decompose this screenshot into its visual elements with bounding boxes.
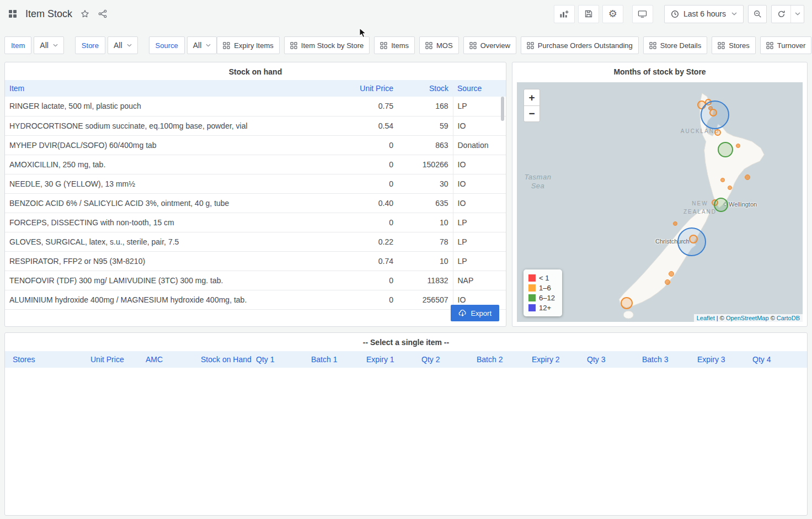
cell-unit-price[interactable]: 0.54 [345,116,398,135]
cell-stock[interactable]: 59 [398,116,453,135]
time-range-picker[interactable]: Last 6 hours [664,5,744,23]
cartodb-link[interactable]: CartoDB [777,315,800,321]
detail-column-header[interactable]: Batch 2 [474,355,529,364]
cell-stock[interactable]: 10 [398,251,453,271]
cell-source[interactable]: LP [453,251,506,271]
store-marker[interactable] [709,109,717,116]
detail-column-header[interactable]: AMC [143,355,198,364]
cell-unit-price[interactable]: 0.22 [345,232,398,251]
cell-item[interactable]: RINGER lactate, 500 ml, plastic pouch [5,97,345,116]
store-marker[interactable] [669,271,674,277]
dashboard-link-stores[interactable]: Stores [712,36,756,54]
star-button[interactable] [79,8,91,20]
cell-stock[interactable]: 256507 [398,290,453,309]
stock-table-row[interactable]: FORCEPS, DISSECTING with non-tooth, 15 c… [5,213,506,232]
cell-item[interactable]: HYDROCORTISONE sodium succinate, eq.100m… [5,116,345,135]
cell-source[interactable]: IO [453,116,506,135]
stock-table-row[interactable]: NEEDLE, 30 G (YELLOW), 13 mm½030IO [5,174,506,193]
cell-item[interactable]: RESPIRATOR, FFP2 or N95 (3M-8210) [5,251,345,271]
variable-source-dropdown[interactable]: All [187,36,217,54]
dashboard-link-item-stock-by-store[interactable]: Item Stock by Store [284,36,370,54]
store-marker[interactable] [736,144,740,148]
dashboard-link-items[interactable]: Items [374,36,415,54]
cell-source[interactable]: LP [453,213,506,232]
dashboard-link-purchase-orders-outstanding[interactable]: Purchase Orders Outstanding [521,36,639,54]
stock-table-row[interactable]: GLOVES, SURGICAL, latex, s.u., sterile, … [5,232,506,251]
save-dashboard-button[interactable] [578,5,599,23]
refresh-interval-dropdown[interactable] [790,6,804,23]
cycle-view-button[interactable] [632,5,653,23]
cell-stock[interactable]: 150266 [398,155,453,174]
cell-item[interactable]: ALUMINIUM hydroxide 400mg / MAGNESIUM hy… [5,290,345,309]
detail-column-header[interactable]: Batch 3 [639,355,695,364]
column-header-stock[interactable]: Stock [398,80,453,97]
detail-column-header[interactable]: Expiry 1 [364,355,419,364]
variable-store-dropdown[interactable]: All [108,36,138,54]
detail-column-header[interactable]: Batch 1 [308,355,364,364]
dashboard-link-store-details[interactable]: Store Details [643,36,707,54]
cell-source[interactable]: NAP [453,271,506,290]
cell-source[interactable]: IO [453,193,506,213]
detail-column-header[interactable]: Stock on Hand [198,355,253,364]
stock-table-row[interactable]: AMOXICILLIN, 250 mg, tab.0150266IO [5,155,506,174]
cell-unit-price[interactable]: 0 [345,174,398,193]
dashboard-link-expiry-items[interactable]: Expiry Items [217,36,280,54]
dashboard-link-mos[interactable]: MOS [419,36,459,54]
stock-table-row[interactable]: RESPIRATOR, FFP2 or N95 (3M-8210)0.7410L… [5,251,506,271]
store-marker[interactable] [718,142,733,157]
stock-table-row[interactable]: RINGER lactate, 500 ml, plastic pouch0.7… [5,97,506,116]
store-marker[interactable] [665,279,670,285]
cell-stock[interactable]: 168 [398,97,453,116]
cell-unit-price[interactable]: 0 [345,290,398,309]
cell-unit-price[interactable]: 0.74 [345,251,398,271]
table-scrollbar[interactable] [501,97,504,121]
cell-stock[interactable]: 635 [398,193,453,213]
dashboard-link-overview[interactable]: Overview [463,36,516,54]
cell-unit-price[interactable]: 0 [345,155,398,174]
store-marker[interactable] [689,235,698,243]
cell-unit-price[interactable]: 0.75 [345,97,398,116]
share-button[interactable] [97,8,109,20]
cell-item[interactable]: FORCEPS, DISSECTING with non-tooth, 15 c… [5,213,345,232]
cell-stock[interactable]: 10 [398,213,453,232]
openstreetmap-link[interactable]: OpenStreetMap [726,315,769,321]
store-marker[interactable] [728,186,732,190]
cell-item[interactable]: AMOXICILLIN, 250 mg, tab. [5,155,345,174]
cell-stock[interactable]: 11832 [398,271,453,290]
map-zoom-out-button[interactable]: − [524,105,539,121]
column-header-unit-price[interactable]: Unit Price [345,80,398,97]
cell-source[interactable]: LP [453,97,506,116]
store-marker[interactable] [673,221,677,226]
cell-item[interactable]: MYHEP DVIR(DACL/SOFO) 60/400mg tab [5,135,345,155]
detail-column-header[interactable]: Qty 1 [253,355,308,364]
cell-unit-price[interactable]: 0 [345,271,398,290]
column-header-source[interactable]: Source [453,80,506,97]
stock-table-row[interactable]: TENOFOVIR (TDF) 300 mg/ LAMIVUDINE (3TC)… [5,271,506,290]
cell-unit-price[interactable]: 0.40 [345,193,398,213]
cell-stock[interactable]: 863 [398,135,453,155]
refresh-button[interactable] [772,6,790,23]
cell-unit-price[interactable]: 0 [345,213,398,232]
column-header-item[interactable]: Item [5,80,345,97]
cell-item[interactable]: BENZOIC ACID 6% / SALICYLIC ACID 3%, oin… [5,193,345,213]
cell-stock[interactable]: 30 [398,174,453,193]
store-marker[interactable] [714,129,721,136]
zoom-out-time-button[interactable] [748,5,767,23]
map[interactable]: Tasman Sea AUCKLAND NEW ZEALAND Wellingt… [517,82,803,322]
store-marker[interactable] [720,178,725,182]
stock-table-row[interactable]: HYDROCORTISONE sodium succinate, eq.100m… [5,116,506,135]
detail-column-header[interactable]: Stores [5,355,88,364]
add-panel-button[interactable] [554,5,575,23]
map-zoom-in-button[interactable]: + [524,89,539,105]
cell-unit-price[interactable]: 0 [345,135,398,155]
detail-column-header[interactable]: Qty 2 [419,355,474,364]
stock-table-row[interactable]: MYHEP DVIR(DACL/SOFO) 60/400mg tab0863Do… [5,135,506,155]
stock-table-row[interactable]: BENZOIC ACID 6% / SALICYLIC ACID 3%, oin… [5,193,506,213]
cell-item[interactable]: NEEDLE, 30 G (YELLOW), 13 mm½ [5,174,345,193]
cell-source[interactable]: Donation [453,135,506,155]
store-marker[interactable] [621,297,633,309]
cell-item[interactable]: GLOVES, SURGICAL, latex, s.u., sterile, … [5,232,345,251]
detail-column-header[interactable]: Qty 3 [584,355,639,364]
store-marker[interactable] [745,174,750,180]
store-marker[interactable] [714,198,728,212]
